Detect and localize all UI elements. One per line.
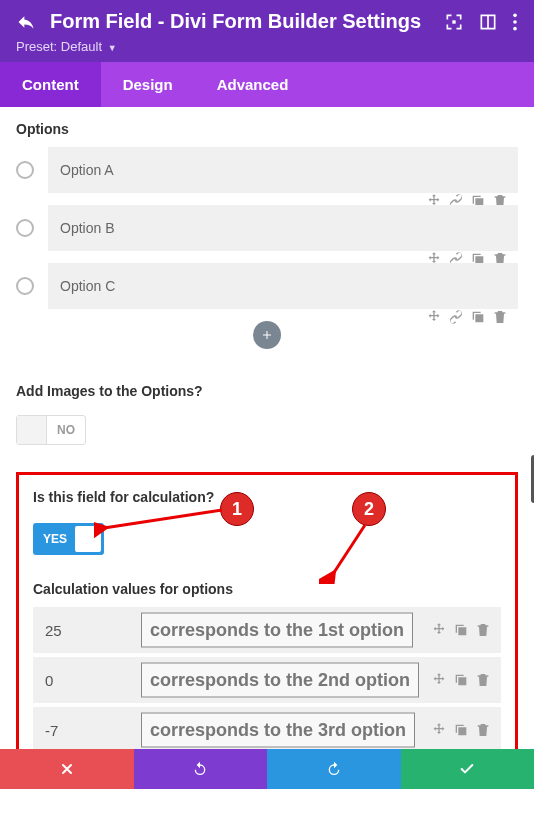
preset-selector[interactable]: Preset: Default ▼ [16,39,518,54]
options-list [16,147,518,309]
option-row [16,205,518,251]
options-heading: Options [16,121,518,137]
move-icon[interactable] [426,309,442,325]
option-row [16,147,518,193]
calc-values-list: corresponds to the 1st option correspond… [33,607,501,749]
move-icon[interactable] [431,722,447,738]
trash-icon[interactable] [475,622,491,638]
calc-values-heading: Calculation values for options [33,581,501,597]
back-icon[interactable] [16,12,36,32]
svg-point-3 [513,26,517,30]
tab-design[interactable]: Design [101,62,195,107]
calc-value-row: corresponds to the 3rd option [33,707,501,749]
option-input[interactable] [48,263,518,309]
settings-body: Options [0,107,534,749]
tab-content[interactable]: Content [0,62,101,107]
tab-advanced[interactable]: Advanced [195,62,311,107]
link-icon[interactable] [448,309,464,325]
chevron-down-icon: ▼ [108,43,117,53]
trash-icon[interactable] [475,672,491,688]
svg-rect-0 [452,20,455,23]
focus-icon[interactable] [444,12,464,32]
settings-header: Form Field - Divi Form Builder Settings … [0,0,534,62]
calculation-toggle[interactable]: YES [33,523,104,555]
option-input[interactable] [48,205,518,251]
add-images-heading: Add Images to the Options? [16,383,518,399]
calc-toggle-heading: Is this field for calculation? [33,489,501,505]
modal-title: Form Field - Divi Form Builder Settings [50,10,430,33]
radio-icon[interactable] [16,161,34,179]
trash-icon[interactable] [475,722,491,738]
undo-button[interactable] [134,749,268,789]
kebab-icon[interactable] [512,12,518,32]
calc-value-row: corresponds to the 2nd option [33,657,501,703]
footer-actions [0,749,534,789]
annotation-arrow-1 [94,502,229,542]
svg-line-5 [333,525,365,574]
duplicate-icon[interactable] [453,672,469,688]
annotation-label: corresponds to the 2nd option [141,663,419,698]
svg-line-4 [104,510,222,528]
calc-value-row: corresponds to the 1st option [33,607,501,653]
annotation-marker-1: 1 [220,492,254,526]
annotation-frame: Is this field for calculation? YES 1 2 C… [16,472,518,749]
layout-icon[interactable] [478,12,498,32]
svg-point-2 [513,20,517,24]
confirm-button[interactable] [401,749,535,789]
trash-icon[interactable] [492,309,508,325]
cancel-button[interactable] [0,749,134,789]
annotation-label: corresponds to the 1st option [141,613,413,648]
option-input[interactable] [48,147,518,193]
duplicate-icon[interactable] [470,309,486,325]
svg-point-1 [513,13,517,17]
annotation-marker-2: 2 [352,492,386,526]
radio-icon[interactable] [16,277,34,295]
add-images-toggle[interactable]: NO [16,415,86,445]
redo-button[interactable] [267,749,401,789]
tabs: Content Design Advanced [0,62,534,107]
duplicate-icon[interactable] [453,722,469,738]
radio-icon[interactable] [16,219,34,237]
move-icon[interactable] [431,672,447,688]
option-row [16,263,518,309]
move-icon[interactable] [431,622,447,638]
duplicate-icon[interactable] [453,622,469,638]
add-option-button[interactable] [253,321,281,349]
annotation-arrow-2 [319,519,379,584]
annotation-label: corresponds to the 3rd option [141,713,415,748]
